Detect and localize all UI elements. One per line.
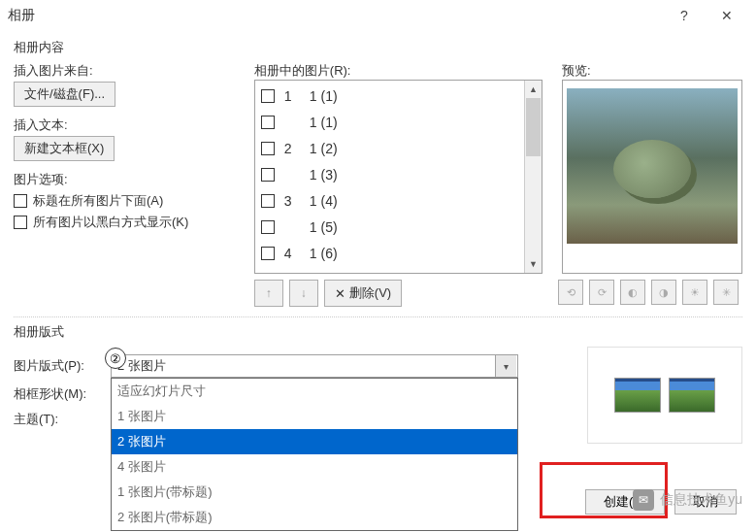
list-item-label: 1 (4)	[310, 193, 338, 209]
rotate-right-icon: ⟳	[598, 286, 607, 299]
brightness-down-button[interactable]: ✳	[713, 280, 739, 305]
preview-image	[567, 88, 738, 244]
dropdown-item[interactable]: 1 张图片	[112, 404, 517, 429]
file-disk-label: 文件/磁盘(F)...	[24, 86, 105, 101]
layout-preview	[587, 347, 742, 444]
label-frame-shape: 相框形状(M):	[14, 385, 111, 403]
checkbox-caption[interactable]	[14, 194, 27, 208]
scroll-thumb[interactable]	[526, 98, 541, 156]
list-item-index: 2	[284, 141, 300, 156]
list-item-checkbox[interactable]	[261, 220, 275, 234]
rotate-right-button[interactable]: ⟳	[589, 280, 614, 305]
new-textbox-label: 新建文本框(X)	[24, 141, 104, 155]
list-item[interactable]: 31 (4)	[255, 187, 524, 214]
label-preview: 预览:	[562, 62, 742, 80]
layout-preview-slide	[614, 378, 661, 413]
list-item[interactable]: 1 (1)	[255, 109, 524, 135]
dropdown-item[interactable]: 适应幻灯片尺寸	[112, 379, 517, 404]
list-item-label: 1 (3)	[310, 167, 338, 183]
pic-layout-value: 2 张图片	[117, 357, 495, 375]
list-item-label: 1 (6)	[310, 246, 338, 261]
dropdown-item[interactable]: 2 张图片	[112, 429, 517, 454]
arrow-up-icon: ↑	[266, 286, 272, 300]
brightness-up-icon: ☀	[690, 286, 700, 299]
close-button[interactable]: ✕	[706, 2, 748, 29]
label-theme: 主题(T):	[14, 411, 111, 428]
list-item[interactable]: 21 (2)	[255, 135, 524, 161]
annotation-badge: ②	[105, 348, 126, 369]
checkbox-bw-label: 所有图片以黑白方式显示(K)	[33, 214, 188, 231]
checkbox-bw[interactable]	[14, 216, 27, 229]
pictures-listbox[interactable]: 11 (1)1 (1)21 (2)1 (3)31 (4)1 (5)41 (6) …	[254, 80, 542, 274]
list-item-checkbox[interactable]	[261, 89, 275, 103]
scroll-down-icon[interactable]: ▼	[525, 255, 542, 273]
dropdown-item[interactable]: 4 张图片	[112, 454, 517, 480]
label-pics-in-album: 相册中的图片(R):	[254, 62, 542, 80]
contrast-down-icon: ◑	[659, 286, 669, 299]
new-textbox-button[interactable]: 新建文本框(X)	[14, 136, 115, 161]
chevron-down-icon[interactable]: ▾	[495, 355, 516, 377]
annotation-red-box	[540, 462, 668, 518]
contrast-up-button[interactable]: ◐	[620, 280, 645, 305]
list-item-checkbox[interactable]	[261, 247, 275, 260]
list-item[interactable]: 41 (6)	[255, 240, 524, 266]
checkbox-caption-label: 标题在所有图片下面(A)	[33, 192, 163, 210]
list-item-checkbox[interactable]	[261, 194, 275, 208]
brightness-down-icon: ✳	[722, 286, 731, 299]
list-item-label: 1 (1)	[310, 88, 338, 104]
label-insert-text: 插入文本:	[14, 116, 235, 134]
rotate-left-icon: ⟲	[567, 286, 575, 299]
layout-preview-slide	[669, 378, 715, 413]
list-item-index: 1	[284, 88, 300, 104]
contrast-up-icon: ◐	[628, 286, 638, 299]
help-button[interactable]: ?	[663, 2, 706, 29]
list-item-checkbox[interactable]	[261, 142, 275, 155]
pic-layout-dropdown[interactable]: 适应幻灯片尺寸1 张图片2 张图片4 张图片1 张图片(带标题)2 张图片(带标…	[111, 378, 518, 531]
list-item-checkbox[interactable]	[261, 168, 275, 182]
brightness-up-button[interactable]: ☀	[682, 280, 707, 305]
list-item-checkbox[interactable]	[261, 116, 275, 129]
list-item-index: 3	[284, 193, 300, 209]
scrollbar[interactable]: ▲ ▼	[524, 81, 542, 273]
list-item-index: 4	[284, 246, 300, 261]
label-pic-layout: 图片版式(P):	[14, 357, 111, 375]
remove-button[interactable]: ✕ 删除(V)	[324, 280, 402, 307]
dropdown-item[interactable]: 2 张图片(带标题)	[112, 505, 517, 530]
list-item[interactable]: 1 (3)	[255, 161, 524, 187]
preview-box	[562, 80, 742, 274]
scroll-up-icon[interactable]: ▲	[525, 81, 542, 98]
label-insert-from: 插入图片来自:	[14, 62, 235, 80]
remove-label: 删除(V)	[349, 284, 391, 302]
dropdown-item[interactable]: 1 张图片(带标题)	[112, 480, 517, 505]
list-item[interactable]: 1 (5)	[255, 214, 524, 240]
label-pic-options: 图片选项:	[14, 171, 235, 188]
rotate-left-button[interactable]: ⟲	[558, 280, 583, 305]
section-layout: 相册版式	[14, 323, 742, 341]
x-icon: ✕	[335, 286, 345, 301]
move-up-button[interactable]: ↑	[254, 280, 283, 307]
pic-layout-combo[interactable]: 2 张图片 ▾ 适应幻灯片尺寸1 张图片2 张图片4 张图片1 张图片(带标题)…	[111, 354, 518, 378]
list-item-label: 1 (5)	[310, 219, 338, 235]
list-item-label: 1 (1)	[310, 115, 338, 130]
arrow-down-icon: ↓	[301, 286, 307, 300]
contrast-down-button[interactable]: ◑	[651, 280, 676, 305]
list-item[interactable]: 11 (1)	[255, 83, 524, 109]
list-item-label: 1 (2)	[310, 141, 338, 156]
file-disk-button[interactable]: 文件/磁盘(F)...	[14, 82, 115, 107]
dialog-title: 相册	[8, 7, 663, 24]
section-content: 相册内容	[14, 39, 742, 56]
move-down-button[interactable]: ↓	[289, 280, 318, 307]
cancel-button[interactable]: 取消	[674, 489, 737, 515]
